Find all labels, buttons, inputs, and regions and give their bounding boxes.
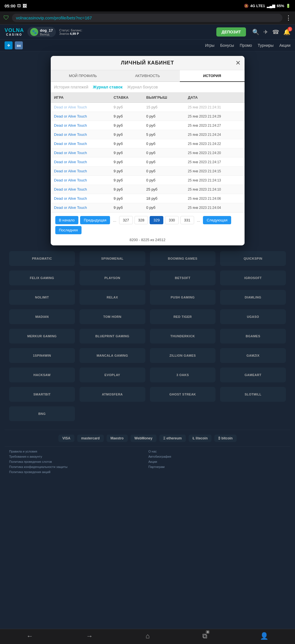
- nav-tabs-button[interactable]: ⧉ 3: [202, 632, 207, 640]
- footer-promotions[interactable]: Акции: [148, 460, 286, 463]
- support-icon[interactable]: ☎: [272, 29, 279, 35]
- footer-about[interactable]: О нас: [148, 450, 286, 453]
- footer-account-req[interactable]: Требования к аккаунту: [9, 455, 147, 458]
- tab-profile[interactable]: МОЙ ПРОФИЛЬ: [51, 70, 115, 82]
- provider-logo[interactable]: Quickspin: [220, 251, 286, 266]
- game-link[interactable]: Dead or Alive Touch: [54, 169, 87, 173]
- page-first-button[interactable]: В начало: [55, 216, 78, 224]
- provider-logo[interactable]: Relax: [80, 290, 145, 305]
- provider-logo[interactable]: Booming Games: [150, 251, 216, 266]
- exit-link[interactable]: Выход: [40, 33, 53, 36]
- game-link[interactable]: Dead or Alive Touch: [54, 142, 87, 146]
- page-next-button[interactable]: Следующая: [203, 216, 231, 224]
- page-prev-button[interactable]: Предыдущая: [80, 216, 110, 224]
- nav-home-button[interactable]: ⌂: [146, 632, 150, 640]
- provider-logo[interactable]: Bgames: [220, 329, 286, 344]
- page-328[interactable]: 328: [135, 216, 148, 224]
- provider-logo[interactable]: 1spin4win: [9, 348, 75, 363]
- provider-logo[interactable]: Spinomenal: [80, 251, 145, 266]
- provider-logo[interactable]: Betsoft: [150, 270, 216, 285]
- game-link[interactable]: Dead or Alive Touch: [54, 160, 87, 164]
- provider-logo[interactable]: Red Tiger: [150, 309, 216, 324]
- provider-logo[interactable]: Push Gaming: [150, 290, 216, 305]
- footer-promo-policy[interactable]: Политика проведения акций: [9, 470, 147, 474]
- provider-logo[interactable]: Madian: [9, 309, 75, 324]
- provider-logo[interactable]: Mancala Gaming: [80, 348, 145, 363]
- provider-logo[interactable]: Smartbit: [9, 387, 75, 402]
- nav-profile-button[interactable]: 👤: [260, 632, 268, 640]
- provider-logo[interactable]: Ugaso: [220, 309, 286, 324]
- provider-logo[interactable]: Ghost Streak: [150, 387, 216, 402]
- game-link[interactable]: Dead or Alive Touch: [54, 132, 87, 137]
- vk-nav-icon[interactable]: вк: [15, 41, 23, 49]
- page-327[interactable]: 327: [119, 216, 133, 224]
- url-bar[interactable]: volnacasinovip.com/profile/bets?nc=167: [12, 14, 282, 22]
- win-cell: 0 руб: [143, 203, 184, 212]
- nav-back-button[interactable]: ←: [27, 632, 33, 640]
- search-icon[interactable]: 🔍: [252, 29, 259, 35]
- provider-logo[interactable]: GameArt: [220, 368, 286, 382]
- deposit-button[interactable]: ДЕПОЗИТ: [216, 27, 246, 37]
- provider-logo[interactable]: Atmosfera: [80, 387, 145, 402]
- provider-logo[interactable]: Zillion Games: [150, 348, 216, 363]
- provider-logo[interactable]: BNG: [9, 406, 75, 421]
- game-link[interactable]: Dead or Alive Touch: [54, 196, 87, 201]
- footer-privacy[interactable]: Политика конфиденциальности защиты: [9, 465, 147, 469]
- game-link[interactable]: Dead or Alive Touch: [54, 114, 87, 118]
- page-last-button[interactable]: Последняя: [55, 226, 82, 234]
- provider-logo[interactable]: Slotmill: [220, 387, 286, 402]
- main-nav-links: Игры Бонусы Промо Турниры Акции: [205, 43, 290, 48]
- provider-logo[interactable]: Hacksaw: [9, 368, 75, 382]
- page-330[interactable]: 330: [165, 216, 179, 224]
- nav-games[interactable]: Игры: [205, 43, 214, 48]
- token-value: 4,99 Р: [70, 32, 79, 35]
- subtab-bonuses[interactable]: Журнал бонусов: [127, 85, 158, 89]
- token-label: Знаток: [59, 32, 69, 35]
- footer-terms[interactable]: Правила и условия: [9, 450, 147, 453]
- provider-logo[interactable]: Pragmatic: [9, 251, 75, 266]
- browser-menu-button[interactable]: ⋮: [285, 14, 292, 22]
- telegram-nav-icon[interactable]: ✈: [5, 41, 13, 49]
- nav-actions[interactable]: Акции: [279, 43, 290, 48]
- provider-logo[interactable]: Merkur Gaming: [9, 329, 75, 344]
- notification-icon[interactable]: 🔔 1: [283, 29, 290, 35]
- provider-logo[interactable]: Tom Horn: [80, 309, 145, 324]
- tab-activity[interactable]: АКТИВНОСТЬ: [115, 70, 180, 82]
- game-link[interactable]: Dead or Alive Touch: [54, 205, 87, 210]
- game-link[interactable]: Dead or Alive Touch: [54, 187, 87, 191]
- footer-slots-policy[interactable]: Политика проведения слотов: [9, 460, 147, 463]
- tab-history[interactable]: ИСТОРИЯ: [180, 70, 245, 82]
- footer-partners[interactable]: Партнерам: [148, 465, 286, 469]
- game-link[interactable]: Dead or Alive Touch: [54, 105, 87, 109]
- table-row: Dead or Alive Touch 9 руб 0 руб 25 янв 2…: [51, 167, 245, 176]
- game-link[interactable]: Dead or Alive Touch: [54, 151, 87, 155]
- win-cell: 0 руб: [143, 167, 184, 176]
- provider-logo[interactable]: 3 Oaks: [150, 368, 216, 382]
- page-329[interactable]: 329: [150, 216, 163, 224]
- provider-logo[interactable]: iGrosoft: [220, 270, 286, 285]
- subtab-bets[interactable]: Журнал ставок: [93, 85, 123, 89]
- provider-logo[interactable]: Evoplay: [80, 368, 145, 382]
- page-331[interactable]: 331: [180, 216, 194, 224]
- table-row: Dead or Alive Touch 9 руб 5 руб 25 янв 2…: [51, 130, 245, 139]
- table-row: Dead or Alive Touch 9 руб 15 руб 25 янв …: [51, 103, 245, 112]
- provider-logo[interactable]: Playson: [80, 270, 145, 285]
- provider-logo[interactable]: Thunderkick: [150, 329, 216, 344]
- footer-about2[interactable]: Автобиография: [148, 455, 286, 458]
- provider-logo[interactable]: Diamling: [220, 290, 286, 305]
- game-link[interactable]: Dead or Alive Touch: [54, 123, 87, 128]
- nav-tournaments[interactable]: Турниры: [258, 43, 274, 48]
- provider-logo[interactable]: Blueprint Gaming: [80, 329, 145, 344]
- payment-section: VISA mastercard Maestro WebMoney Ξ ether…: [5, 430, 290, 447]
- provider-logo[interactable]: nolimit: [9, 290, 75, 305]
- modal-close-button[interactable]: ✕: [235, 59, 241, 67]
- game-link[interactable]: Dead or Alive Touch: [54, 178, 87, 182]
- provider-logo[interactable]: Felix Gaming: [9, 270, 75, 285]
- telegram-icon[interactable]: ✈: [263, 29, 268, 35]
- nav-promo[interactable]: Промо: [240, 43, 252, 48]
- provider-logo[interactable]: Gamzix: [220, 348, 286, 363]
- page-dots-right: ...: [196, 218, 202, 223]
- nav-bonuses[interactable]: Бонусы: [220, 43, 234, 48]
- subtab-payments[interactable]: История платежей: [54, 85, 88, 89]
- nav-forward-button[interactable]: →: [86, 632, 93, 640]
